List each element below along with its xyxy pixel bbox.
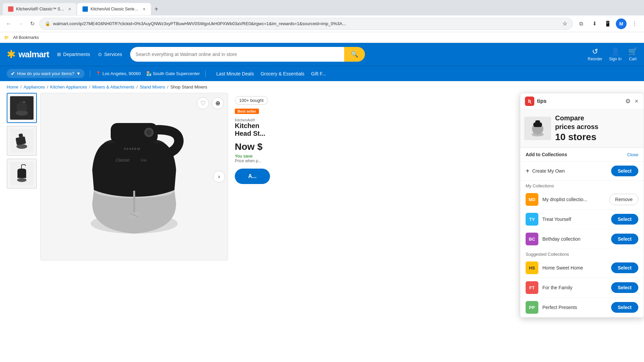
product-main-image: 0 2 4 6 8 10 Classic Kite [60, 103, 208, 250]
svg-rect-2 [17, 104, 27, 111]
collection-select-button-hs[interactable]: Select [611, 262, 638, 273]
tips-logo: Ʀ [525, 97, 534, 106]
bookmarks-all[interactable]: All Bookmarks [10, 35, 42, 41]
bookmarks-folder-icon: 📁 [4, 35, 9, 40]
heart-button[interactable]: ♡ [197, 97, 209, 109]
bestseller-badge: Best seller [235, 109, 259, 114]
subheader-link-grocery[interactable]: Grocery & Essentials [261, 71, 305, 76]
search-icon: 🔍 [351, 51, 358, 58]
delivery-check-icon: ✔ [11, 70, 15, 77]
divider-2 [205, 70, 206, 77]
more-button[interactable]: ⋮ [629, 18, 640, 29]
tips-promo-mixer-img [526, 118, 549, 138]
tips-settings-button[interactable]: ⚙ [625, 97, 631, 106]
product-images: ♡ ⊕ [7, 93, 228, 260]
tips-title: Ʀ tips [525, 97, 546, 106]
store-item[interactable]: 🏪 South Gate Supercenter [146, 71, 200, 76]
extensions-button[interactable]: ⧉ [576, 18, 586, 29]
thumbnail-2-img [10, 129, 34, 153]
phone-button[interactable]: 📱 [602, 18, 613, 29]
collection-select-button-ty[interactable]: Select [611, 214, 638, 225]
browser-tab-2[interactable]: KitchenAid Classic Series 4.5 Q... × [77, 3, 151, 15]
account-icon-item[interactable]: 👤 Sign In [609, 47, 622, 61]
location-icon: 📍 [96, 71, 101, 76]
thumbnail-1[interactable] [7, 93, 37, 123]
thumbnail-column [7, 93, 37, 260]
bookmark-star[interactable]: ☆ [562, 20, 567, 27]
create-select-button[interactable]: Select [611, 166, 638, 176]
collection-row-ft: FT For the Family Select [520, 278, 644, 298]
cart-icon-item[interactable]: 🛒 Cart [628, 47, 637, 61]
back-button[interactable]: ← [4, 19, 13, 28]
svg-point-4 [23, 101, 25, 103]
location-item[interactable]: 📍 Los Angeles, 90060 [96, 71, 141, 76]
create-my-own-row: + Create My Own Select [520, 162, 644, 181]
browser-tab-1[interactable]: KitchenAid® Classic™ Series 4... × [3, 3, 76, 15]
svg-rect-23 [535, 120, 540, 123]
svg-text:Classic: Classic [116, 158, 130, 163]
walmart-logo[interactable]: ✱ walmart [7, 48, 49, 61]
my-collections-label: My Collections [520, 181, 644, 190]
tips-promo-image [524, 117, 551, 140]
reload-button[interactable]: ↻ [28, 19, 37, 28]
walmart-subheader: ✔ How do you want your items? ▼ 📍 Los An… [0, 66, 644, 81]
bought-badge: 100+ bought [235, 96, 268, 105]
departments-nav[interactable]: ⊞ Departments [57, 52, 90, 57]
subheader-link-gift[interactable]: Gift F... [311, 71, 326, 76]
svg-rect-22 [533, 122, 542, 127]
thumbnail-3-img [10, 162, 34, 185]
tips-close-button[interactable]: × [634, 97, 639, 106]
tips-promo-line2: prices across [555, 122, 598, 131]
walmart-header: ✱ walmart ⊞ Departments ⊙ Services 🔍 ↺ R… [0, 43, 644, 66]
delivery-arrow-icon: ▼ [76, 71, 81, 76]
tab-close-1[interactable]: × [68, 6, 71, 12]
collection-row-bc: BC Birthday collection Select [520, 229, 644, 249]
breadcrumb: Home / Appliances / Kitchen Appliances /… [0, 81, 644, 93]
download-button[interactable]: ⬇ [589, 18, 600, 29]
new-tab-button[interactable]: + [152, 4, 161, 14]
delivery-label: How do you want your items? [17, 71, 74, 76]
cart-icon: 🛒 [628, 47, 637, 56]
profile-button[interactable]: M [616, 18, 627, 29]
next-image-button[interactable]: › [213, 171, 225, 183]
thumbnail-3[interactable] [7, 159, 37, 189]
thumbnail-1-img [10, 96, 34, 120]
cart-label: Cart [629, 57, 637, 61]
collection-remove-button-md[interactable]: Remove [609, 194, 638, 205]
forward-button[interactable]: → [16, 19, 25, 28]
collection-select-button-pp[interactable]: Select [611, 302, 638, 313]
collections-close-link[interactable]: Close [627, 152, 638, 157]
reorder-icon: ↺ [592, 47, 598, 56]
breadcrumb-appliances[interactable]: Appliances [23, 84, 45, 89]
add-to-cart-button[interactable]: A... [235, 169, 270, 184]
create-plus-icon: + [526, 167, 530, 175]
tab-close-2[interactable]: × [143, 6, 146, 12]
walmart-spark: ✱ [7, 48, 16, 61]
thumbnail-2[interactable] [7, 126, 37, 156]
breadcrumb-kitchen[interactable]: Kitchen Appliances [50, 84, 87, 89]
collection-row-pp: PP Perfect Presents Select [520, 298, 644, 317]
bookmarks-bar: 📁 All Bookmarks [0, 32, 644, 43]
tips-header: Ʀ tips ⚙ × [520, 93, 644, 110]
account-icon: 👤 [611, 47, 620, 56]
store-icon: 🏪 [146, 71, 152, 76]
breadcrumb-mixers[interactable]: Mixers & Attachments [92, 84, 135, 89]
breadcrumb-stand-mixers[interactable]: Stand Mixers [140, 84, 165, 89]
collection-select-button-ft[interactable]: Select [611, 282, 638, 293]
collections-panel: Add to Collections Close + Create My Own… [520, 147, 644, 317]
services-icon: ⊙ [98, 52, 102, 57]
departments-label: Departments [63, 52, 90, 57]
search-button[interactable]: 🔍 [344, 47, 365, 62]
collection-select-button-bc[interactable]: Select [611, 234, 638, 244]
address-bar[interactable]: 🔒 walmart.com/ip/27ME4G6NH0TR?clickid=0%… [39, 18, 573, 30]
breadcrumb-home[interactable]: Home [7, 84, 18, 89]
subheader-link-deals[interactable]: Last Minute Deals [216, 71, 254, 76]
tab-title-2: KitchenAid Classic Series 4.5 Q... [91, 7, 140, 11]
zoom-button[interactable]: ⊕ [212, 97, 224, 109]
reorder-icon-item[interactable]: ↺ Reorder [588, 47, 602, 61]
search-input[interactable] [130, 47, 344, 62]
services-nav[interactable]: ⊙ Services [98, 52, 122, 57]
breadcrumb-sep-2: / [47, 84, 48, 89]
delivery-select[interactable]: ✔ How do you want your items? ▼ [7, 69, 85, 78]
svg-point-10 [17, 178, 26, 182]
